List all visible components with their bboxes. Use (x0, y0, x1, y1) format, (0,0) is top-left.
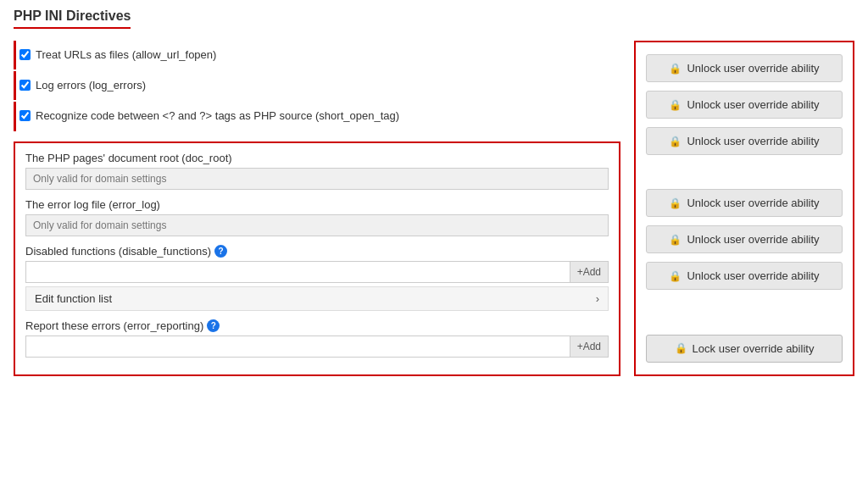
checkbox-row-short-open-tag: Recognize code between <? and ?> tags as… (14, 102, 620, 130)
log-errors-label: Log errors (log_errors) (36, 78, 146, 93)
disable-functions-add-button[interactable]: +Add (570, 261, 609, 283)
lock-icon-1: 🔒 (669, 63, 682, 75)
lock-icon-5: 🔒 (669, 234, 682, 246)
lock-all-button[interactable]: 🔒 Lock user override ability (646, 335, 843, 363)
checkbox-row-allow-url-fopen: Treat URLs as files (allow_url_fopen) (14, 41, 620, 69)
fields-unlock-group: 🔒 Unlock user override ability 🔒 Unlock … (646, 189, 843, 290)
unlock-log-errors-button[interactable]: 🔒 Unlock user override ability (646, 91, 843, 119)
checkbox-row-log-errors: Log errors (log_errors) (14, 71, 620, 100)
error-log-input[interactable] (25, 214, 609, 236)
short-open-tag-checkbox[interactable] (19, 110, 31, 121)
disable-functions-add-row: +Add (25, 261, 609, 283)
unlock-doc-root-button[interactable]: 🔒 Unlock user override ability (646, 189, 843, 217)
disable-functions-label: Disabled functions (disable_functions) ? (25, 245, 609, 258)
unlock-disable-functions-button[interactable]: 🔒 Unlock user override ability (646, 262, 843, 290)
allow-url-fopen-label: Treat URLs as files (allow_url_fopen) (36, 47, 216, 63)
unlock-error-log-button[interactable]: 🔒 Unlock user override ability (646, 225, 843, 253)
lock-icon-2: 🔒 (669, 99, 682, 111)
unlock-allow-url-fopen-button[interactable]: 🔒 Unlock user override ability (646, 54, 843, 82)
short-open-tag-label: Recognize code between <? and ?> tags as… (36, 108, 399, 124)
settings-section: The PHP pages' document root (doc_root) … (14, 141, 620, 376)
checkbox-section: Treat URLs as files (allow_url_fopen) Lo… (14, 41, 620, 133)
lock-icon-4: 🔒 (669, 197, 682, 209)
doc-root-label: The PHP pages' document root (doc_root) (25, 152, 609, 164)
doc-root-input[interactable] (25, 168, 609, 190)
error-log-label: The error log file (error_log) (25, 198, 609, 211)
error-reporting-help-icon[interactable]: ? (207, 319, 220, 332)
error-log-group: The error log file (error_log) (25, 198, 609, 236)
error-reporting-add-button[interactable]: +Add (570, 336, 609, 358)
log-errors-checkbox[interactable] (19, 80, 31, 91)
override-panel: 🔒 Unlock user override ability 🔒 Unlock … (634, 41, 854, 376)
disable-functions-group: Disabled functions (disable_functions) ?… (25, 245, 609, 311)
lock-icon-3: 🔒 (669, 136, 682, 147)
error-reporting-add-row: +Add (25, 336, 609, 358)
chevron-right-icon: › (596, 292, 599, 305)
disable-functions-help-icon[interactable]: ? (214, 245, 227, 258)
lock-icon-6: 🔒 (669, 270, 682, 282)
doc-root-group: The PHP pages' document root (doc_root) (25, 152, 609, 190)
error-reporting-input[interactable] (25, 336, 570, 358)
lock-icon-bottom: 🔒 (675, 342, 687, 354)
error-reporting-label: Report these errors (error_reporting) ? (25, 319, 609, 332)
error-reporting-group: Report these errors (error_reporting) ? … (25, 319, 609, 358)
disable-functions-input[interactable] (25, 261, 570, 283)
unlock-short-open-tag-button[interactable]: 🔒 Unlock user override ability (646, 127, 843, 155)
edit-function-list-button[interactable]: Edit function list › (25, 286, 609, 311)
allow-url-fopen-checkbox[interactable] (19, 49, 31, 60)
page-title: PHP INI Directives (14, 8, 131, 29)
checkbox-unlock-group: 🔒 Unlock user override ability 🔒 Unlock … (646, 54, 843, 155)
